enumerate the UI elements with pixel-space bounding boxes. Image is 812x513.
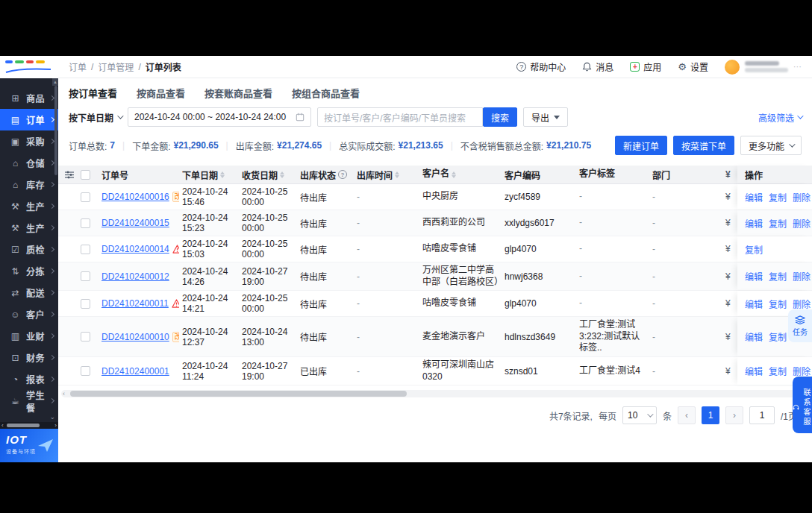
row-checkbox[interactable] — [81, 332, 90, 342]
order-link[interactable]: DD24102400011 — [102, 298, 169, 309]
edit-link[interactable]: 编辑 — [745, 330, 763, 343]
advanced-filter-link[interactable]: 高级筛选 — [758, 111, 802, 124]
sort-icon[interactable] — [220, 171, 225, 178]
sidebar-item-goods[interactable]: ⊞ 商品 — [0, 87, 58, 109]
row-checkbox[interactable] — [81, 366, 90, 376]
task-fab-button[interactable]: 任务 — [788, 309, 812, 342]
page-size-select[interactable]: 10 — [622, 406, 657, 424]
calendar-icon — [296, 113, 304, 122]
sidebar-item-quality[interactable]: ☑ 质检 — [0, 239, 58, 260]
chevron-right-icon — [49, 204, 54, 209]
more-functions-button[interactable]: 更多功能 — [740, 136, 802, 155]
page-jump-input[interactable]: 1 — [749, 406, 775, 424]
sidebar-item-orders[interactable]: ▤ 订单 — [0, 109, 58, 130]
scrollbar-thumb[interactable] — [70, 391, 407, 397]
edit-link[interactable]: 编辑 — [745, 270, 763, 283]
order-link[interactable]: DD24102400012 — [102, 271, 169, 282]
sidebar-item-inventory[interactable]: ⌂ 库存 — [0, 174, 58, 195]
screen: ▲ ⊞ 商品 ▤ 订单 ▣ 采购 ⌂ 仓储 ⌂ 库存 ⚒ 生产 ⚒ 生产 ☑ 质… — [0, 0, 812, 513]
row-checkbox[interactable] — [81, 271, 90, 281]
delete-link[interactable]: 删除 — [793, 365, 811, 377]
sidebar-item-customers[interactable]: ☺ 客户 — [0, 303, 58, 325]
copy-link[interactable]: 复制 — [769, 365, 787, 377]
menu-order-button[interactable]: 按菜谱下单 — [673, 136, 734, 155]
sidebar-scrollbar[interactable] — [54, 86, 57, 175]
row-checkbox[interactable] — [81, 299, 90, 309]
sidebar-item-purchase[interactable]: ▣ 采购 — [0, 130, 58, 152]
copy-link[interactable]: 复制 — [769, 330, 787, 343]
user-account[interactable]: ⋯ — [725, 60, 802, 75]
column-header-2[interactable]: 收货日期 — [239, 166, 297, 183]
sidebar-item-sorting[interactable]: ⇅ 分拣 — [0, 260, 58, 282]
edit-link[interactable]: 编辑 — [745, 298, 763, 310]
breadcrumb-order-mgmt[interactable]: 订单管理 — [98, 60, 134, 73]
copy-link[interactable]: 复制 — [745, 243, 763, 256]
new-order-button[interactable]: 新建订单 — [615, 136, 667, 155]
tab-1[interactable]: 按订单查看 — [69, 86, 117, 100]
delete-link[interactable]: 删除 — [793, 217, 811, 230]
copy-link[interactable]: 复制 — [769, 191, 787, 204]
search-button[interactable]: 搜索 — [483, 107, 517, 127]
row-checkbox[interactable] — [81, 245, 90, 254]
order-link[interactable]: DD24102400001 — [102, 366, 169, 377]
breadcrumb-orders[interactable]: 订单 — [69, 60, 87, 73]
sidebar-item-reports[interactable]: ◔ 报表 — [0, 368, 58, 390]
scroll-left-icon[interactable]: ‹ — [1, 422, 4, 429]
edit-link[interactable]: 编辑 — [745, 365, 763, 377]
settings-button[interactable]: ⚙设置 — [678, 60, 708, 73]
delete-link[interactable]: 删除 — [793, 270, 811, 283]
copy-link[interactable]: 复制 — [769, 217, 787, 230]
pagination: 共7条记录, 每页 10 条 ‹ 1 › 1 /1页 — [58, 397, 812, 424]
sort-icon[interactable] — [280, 171, 284, 178]
apps-button[interactable]: +应用 — [630, 60, 661, 73]
export-button[interactable]: 导出 — [523, 107, 568, 127]
order-link[interactable]: DD24102400016 — [102, 192, 169, 202]
delete-link[interactable]: 删除 — [793, 298, 811, 310]
tab-2[interactable]: 按商品查看 — [137, 86, 185, 100]
scroll-left-icon[interactable]: ‹ — [63, 389, 65, 398]
messages-button[interactable]: 消息 — [582, 60, 613, 73]
sort-icon[interactable] — [395, 171, 399, 178]
date-type-dropdown[interactable]: 按下单日期 — [69, 111, 122, 124]
column-header-4[interactable]: 出库时间 — [354, 166, 419, 183]
sidebar-item-student-meal[interactable]: ☕ 学生餐 — [0, 390, 58, 412]
column-header-1[interactable]: 下单日期 — [179, 166, 239, 183]
row-checkbox[interactable] — [81, 192, 90, 202]
scrollbar-thumb[interactable] — [7, 424, 40, 427]
scroll-right-icon[interactable]: › — [54, 422, 57, 429]
page-1-button[interactable]: 1 — [702, 406, 719, 424]
row-checkbox[interactable] — [81, 218, 90, 228]
sort-icon[interactable] — [452, 171, 456, 178]
tab-4[interactable]: 按组合商品查看 — [292, 86, 360, 100]
edit-link[interactable]: 编辑 — [745, 191, 763, 204]
sidebar-item-delivery[interactable]: ⇄ 配送 — [0, 282, 58, 303]
tab-3[interactable]: 按套账商品查看 — [204, 86, 272, 100]
edit-link[interactable]: 编辑 — [745, 217, 763, 230]
copy-link[interactable]: 复制 — [769, 270, 787, 283]
search-input[interactable]: 按订单号/客户/客户编码/下单员搜索 — [317, 107, 483, 127]
help-center-button[interactable]: ?帮助中心 — [516, 60, 566, 73]
column-settings-icon[interactable] — [61, 166, 78, 183]
order-link[interactable]: DD24102400015 — [102, 218, 169, 228]
sidebar-item-business-finance[interactable]: ▥ 业财 — [0, 325, 58, 347]
scroll-down-icon[interactable]: ⌄ — [49, 413, 55, 421]
sidebar-item-production-2[interactable]: ⚒ 生产 — [0, 217, 58, 239]
order-link[interactable]: DD24102400010 — [102, 332, 169, 342]
stat-separator: | — [122, 140, 125, 151]
delete-link[interactable]: 删除 — [793, 191, 811, 204]
column-header-5[interactable]: 客户名 — [419, 166, 502, 183]
contact-service-button[interactable]: 联系客服 — [793, 377, 812, 433]
sidebar-horizontal-scrollbar[interactable]: ‹ › — [0, 422, 58, 429]
sidebar-item-warehouse[interactable]: ⌂ 仓储 — [0, 152, 58, 174]
scroll-up-icon[interactable]: ▲ — [52, 78, 58, 86]
iot-banner[interactable]: IOT 设备与环境 — [0, 429, 58, 462]
prev-page-button[interactable]: ‹ — [678, 406, 696, 424]
sidebar-item-finance[interactable]: ⊡ 财务 — [0, 347, 58, 368]
order-link[interactable]: DD24102400014 — [102, 244, 169, 254]
next-page-button[interactable]: › — [725, 406, 743, 424]
sidebar-item-production-1[interactable]: ⚒ 生产 — [0, 195, 58, 217]
select-all-checkbox[interactable] — [81, 170, 90, 180]
date-range-input[interactable]: 2024-10-24 00:00 ~ 2024-10-24 24:00 — [128, 107, 311, 127]
table-horizontal-scrollbar[interactable]: ‹ › — [61, 390, 809, 397]
copy-link[interactable]: 复制 — [769, 298, 787, 310]
